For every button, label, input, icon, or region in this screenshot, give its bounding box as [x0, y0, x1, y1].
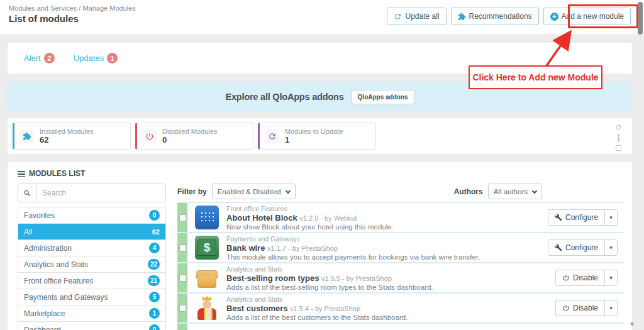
customer-icon — [195, 296, 219, 320]
refresh-panel-icon[interactable] — [615, 124, 622, 131]
module-text: Analytics and StatsBest customers v1.5.4… — [226, 294, 408, 322]
stat-text: Disabled Modules0 — [162, 128, 217, 145]
module-text: Front office FeaturesAbout Hotel Block v… — [226, 203, 394, 232]
module-text: Payments and GatewaysBank wire v1.1.7 - … — [226, 233, 480, 262]
module-description: Adds a list of the best-selling room typ… — [226, 283, 433, 291]
module-icon — [195, 236, 219, 260]
category-count-badge: 21 — [148, 275, 160, 286]
breadcrumb: Modules and Services / Manage Modules — [9, 4, 136, 12]
power-icon — [562, 304, 570, 312]
authors-label: Authors — [454, 187, 483, 196]
module-category: Analytics and Stats — [226, 265, 433, 273]
module-checkbox[interactable] — [179, 245, 186, 251]
update-all-button[interactable]: Update all — [387, 8, 446, 25]
add-new-module-button[interactable]: + Add a new module — [543, 8, 631, 25]
scroll-down-indicator[interactable]: ▼ — [629, 321, 635, 327]
tab-alert-label: Alert — [24, 53, 41, 63]
sidebar-item-dashboard[interactable]: Dashboard0 — [18, 322, 165, 330]
module-row-select-strip — [177, 263, 187, 292]
module-name: Best-selling room types v1.5.5 - by Pres… — [226, 273, 433, 283]
module-action-group: Configure▾ — [548, 209, 618, 226]
wrench-icon — [555, 244, 562, 251]
action-dropdown-caret[interactable]: ▾ — [604, 270, 618, 286]
category-label: Favorites — [24, 211, 55, 220]
page-title: List of modules — [9, 13, 79, 24]
category-label: All — [24, 228, 32, 236]
category-label: Analytics and Stats — [24, 260, 88, 269]
sidebar-item-payments-and-gateways[interactable]: Payments and Gateways5 — [18, 289, 165, 305]
scrollbar-thumb[interactable] — [638, 2, 643, 35]
module-category: Front office Features — [226, 205, 394, 212]
module-name: Best customers v1.5.4 - by PrestaShop — [226, 304, 408, 313]
module-checkbox[interactable] — [179, 305, 186, 312]
breadcrumb-modules-and-services[interactable]: Modules and Services — [9, 4, 77, 12]
module-row: Payments and GatewaysBank wire v1.1.7 - … — [177, 233, 624, 262]
portlet-controls — [615, 124, 622, 151]
module-checkbox[interactable] — [179, 214, 186, 221]
recommendations-button[interactable]: Recommendations — [451, 8, 539, 25]
category-count-badge: 1 — [149, 308, 160, 319]
puzzle-icon — [20, 129, 34, 143]
module-text: Analytics and Stats — [226, 324, 282, 330]
recommendations-label: Recommendations — [469, 12, 532, 21]
action-label: Configure — [565, 243, 598, 252]
sidebar-item-front-office-features[interactable]: Front office Features21 — [18, 273, 165, 289]
chevron-down-icon — [532, 189, 537, 194]
category-label: Dashboard — [24, 326, 61, 330]
topbar-buttons: Update all Recommendations + Add a new m… — [387, 8, 631, 25]
category-list: Favorites0All62Administration4Analytics … — [18, 207, 166, 330]
module-icon — [195, 326, 219, 330]
box-icon — [195, 266, 219, 290]
refresh-icon — [265, 129, 279, 143]
breadcrumb-manage-modules: Manage Modules — [82, 4, 135, 12]
module-text: Analytics and StatsBest-selling room typ… — [226, 263, 433, 292]
sidebar-item-all[interactable]: All62 — [18, 224, 165, 240]
stat-boxes: Installed Modules62Disabled Modules0Modu… — [13, 123, 380, 150]
module-row-select-strip — [177, 294, 187, 322]
tab-updates[interactable]: Updates 1 — [74, 53, 118, 63]
stat-card: Installed Modules62 — [13, 123, 131, 150]
sidebar-item-marketplace[interactable]: Marketplace1 — [18, 305, 165, 322]
restore-panel-icon[interactable] — [616, 145, 621, 151]
sidebar-item-administration[interactable]: Administration4 — [18, 240, 165, 256]
authors-select[interactable]: All authors — [488, 184, 542, 199]
action-label: Disable — [573, 304, 598, 312]
stat-text: Installed Modules62 — [40, 128, 94, 145]
alert-count-badge: 2 — [44, 53, 55, 63]
disable-button[interactable]: Disable — [555, 300, 605, 316]
configure-button[interactable]: Configure — [548, 209, 605, 226]
module-description: This module allows you to accept payment… — [226, 253, 480, 261]
filter-by-label: Filter by — [177, 187, 207, 196]
category-label: Marketplace — [24, 309, 65, 318]
configure-button[interactable]: Configure — [548, 239, 605, 256]
stat-text: Modules to Update1 — [285, 128, 343, 145]
refresh-icon — [394, 13, 402, 21]
module-description: Now show Block about your hotel using th… — [226, 223, 394, 231]
action-dropdown-caret[interactable]: ▾ — [604, 239, 618, 256]
filter-select[interactable]: Enabled & Disabled — [212, 184, 296, 199]
power-icon — [145, 132, 154, 141]
category-count-badge: 0 — [149, 210, 160, 221]
module-checkbox[interactable] — [179, 275, 186, 282]
module-action-group: Configure▾ — [548, 239, 618, 256]
category-count-badge: 62 — [152, 226, 160, 237]
filter-row: Filter by Enabled & Disabled Authors All… — [177, 184, 624, 199]
category-count-badge: 5 — [149, 292, 160, 302]
module-icon — [195, 266, 219, 290]
module-name: About Hotel Block v1.2.0 - by Webkul — [226, 213, 394, 223]
addons-banner-text: Explore all QloApps addons — [225, 92, 343, 102]
qloapps-addons-button[interactable]: QloApps addons — [352, 90, 414, 104]
action-dropdown-caret[interactable]: ▾ — [604, 300, 618, 316]
sidebar-item-favorites[interactable]: Favorites0 — [18, 207, 165, 224]
tab-alert[interactable]: Alert 2 — [24, 53, 55, 63]
module-row: Front office FeaturesAbout Hotel Block v… — [177, 203, 624, 232]
module-name: Bank wire v1.1.7 - by PrestaShop — [226, 243, 480, 253]
puzzle-icon — [23, 132, 31, 141]
sidebar-item-analytics-and-stats[interactable]: Analytics and Stats22 — [18, 256, 165, 273]
stat-value: 62 — [40, 136, 94, 145]
module-version: v1.5.5 - by PrestaShop — [321, 275, 392, 282]
disable-button[interactable]: Disable — [555, 270, 605, 286]
search-input[interactable] — [37, 189, 165, 197]
kebab-menu-icon[interactable] — [618, 134, 619, 142]
action-dropdown-caret[interactable]: ▾ — [604, 209, 618, 226]
